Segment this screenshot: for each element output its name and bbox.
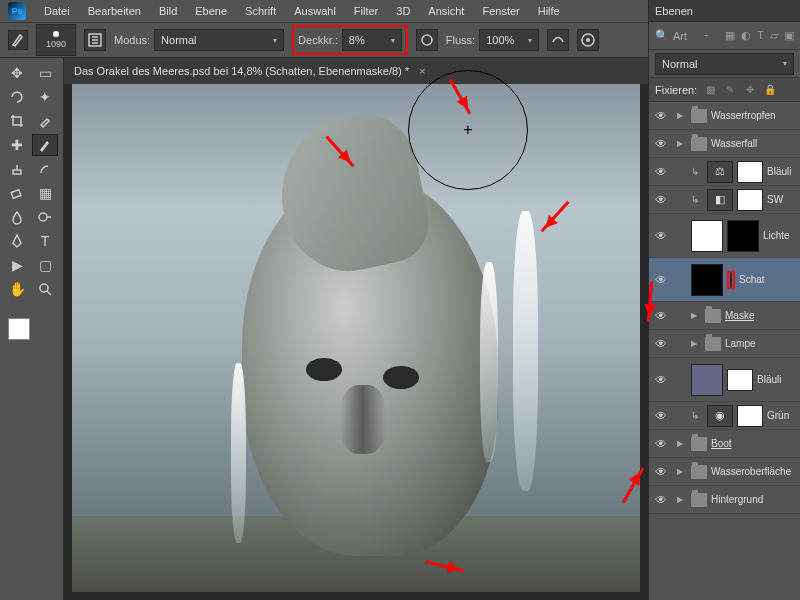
disclosure-icon[interactable]: ▶ [677, 111, 687, 120]
mask-thumb[interactable] [727, 220, 759, 252]
layer-row[interactable]: 👁▶Maske [649, 302, 800, 330]
pen-tool[interactable] [4, 230, 30, 252]
disclosure-icon[interactable]: ▶ [691, 339, 701, 348]
disclosure-icon[interactable]: ▶ [677, 467, 687, 476]
layer-name[interactable]: Grün [767, 410, 789, 421]
eyedropper-tool[interactable] [32, 110, 58, 132]
opacity-pressure-toggle[interactable] [416, 29, 438, 51]
opacity-dropdown[interactable]: 8%▾ [342, 29, 402, 51]
layer-row[interactable]: 👁Lichte [649, 214, 800, 258]
close-icon[interactable]: × [419, 65, 425, 77]
mask-thumb[interactable] [727, 369, 753, 391]
mask-thumb[interactable] [737, 405, 763, 427]
menu-filter[interactable]: Filter [346, 2, 386, 20]
brush-panel-toggle[interactable] [84, 29, 106, 51]
layer-name[interactable]: Maske [725, 310, 754, 321]
flow-dropdown[interactable]: 100%▾ [479, 29, 539, 51]
layer-name[interactable]: Bläuli [767, 166, 791, 177]
visibility-icon[interactable]: 👁 [653, 492, 669, 508]
menu-bearbeiten[interactable]: Bearbeiten [80, 2, 149, 20]
zoom-tool[interactable] [32, 278, 58, 300]
mask-thumb[interactable] [730, 273, 732, 287]
lock-all-icon[interactable]: 🔒 [763, 83, 777, 97]
visibility-icon[interactable]: 👁 [653, 464, 669, 480]
marquee-tool[interactable]: ▭ [32, 62, 58, 84]
layers-panel-tab[interactable]: Ebenen [649, 0, 800, 22]
visibility-icon[interactable]: 👁 [653, 336, 669, 352]
layer-row[interactable]: 👁↳◉Grün [649, 402, 800, 430]
mask-thumb[interactable] [737, 161, 763, 183]
layer-name[interactable]: Schat [739, 274, 765, 285]
visibility-icon[interactable]: 👁 [653, 192, 669, 208]
brush-preset-picker[interactable]: 1090 [36, 24, 76, 56]
disclosure-icon[interactable]: ▶ [691, 311, 701, 320]
visibility-icon[interactable]: 👁 [653, 164, 669, 180]
layer-name[interactable]: Hintergrund [711, 494, 763, 505]
lock-pixels-icon[interactable]: ✎ [723, 83, 737, 97]
layer-thumb[interactable] [691, 364, 723, 396]
eraser-tool[interactable] [4, 182, 30, 204]
layer-row[interactable]: 👁▶Wassertropfen [649, 102, 800, 130]
history-brush-tool[interactable] [32, 158, 58, 180]
shape-tool[interactable]: ▢ [32, 254, 58, 276]
menu-ansicht[interactable]: Ansicht [420, 2, 472, 20]
layer-name[interactable]: Bläuli [757, 374, 781, 385]
background-swatch[interactable] [19, 329, 41, 351]
heal-tool[interactable]: ✚ [4, 134, 30, 156]
visibility-icon[interactable]: 👁 [653, 136, 669, 152]
filter-pixel-icon[interactable]: ▦ [725, 29, 735, 42]
lasso-tool[interactable] [4, 86, 30, 108]
hand-tool[interactable]: ✋ [4, 278, 30, 300]
layer-name[interactable]: Wasseroberfläche [711, 466, 791, 477]
chevron-down-icon[interactable]: ÷ [704, 31, 708, 40]
visibility-icon[interactable]: 👁 [653, 272, 669, 288]
layer-row[interactable]: 👁↳⚖Bläuli [649, 158, 800, 186]
layer-row[interactable]: 👁▶Boot [649, 430, 800, 458]
menu-bild[interactable]: Bild [151, 2, 185, 20]
menu-auswahl[interactable]: Auswahl [286, 2, 344, 20]
layer-name[interactable]: Lampe [725, 338, 756, 349]
crop-tool[interactable] [4, 110, 30, 132]
tool-preset-picker[interactable] [8, 30, 28, 50]
filter-shape-icon[interactable]: ▱ [770, 29, 778, 42]
lock-position-icon[interactable]: ✥ [743, 83, 757, 97]
filter-smart-icon[interactable]: ▣ [784, 29, 794, 42]
mode-dropdown[interactable]: Normal▾ [154, 29, 284, 51]
blur-tool[interactable] [4, 206, 30, 228]
filter-type-icon[interactable]: T [757, 29, 764, 42]
menu-fenster[interactable]: Fenster [474, 2, 527, 20]
disclosure-icon[interactable]: ▶ [677, 495, 687, 504]
document-tab[interactable]: Das Orakel des Meeres.psd bei 14,8% (Sch… [64, 58, 648, 84]
path-select-tool[interactable]: ▶ [4, 254, 30, 276]
layer-name[interactable]: Boot [711, 438, 732, 449]
blend-mode-dropdown[interactable]: Normal▾ [655, 53, 794, 75]
filter-adjust-icon[interactable]: ◐ [741, 29, 751, 42]
layer-row[interactable]: 👁▶Wasseroberfläche [649, 458, 800, 486]
layer-row[interactable]: 👁↳◧SW [649, 186, 800, 214]
visibility-icon[interactable]: 👁 [653, 372, 669, 388]
layer-name[interactable]: Wasserfall [711, 138, 757, 149]
move-tool[interactable]: ✥ [4, 62, 30, 84]
layer-row[interactable]: 👁Schat [649, 258, 800, 302]
menu-schrift[interactable]: Schrift [237, 2, 284, 20]
layer-row[interactable]: 👁Bläuli [649, 358, 800, 402]
visibility-icon[interactable]: 👁 [653, 228, 669, 244]
menu-3d[interactable]: 3D [388, 2, 418, 20]
layer-row[interactable]: 👁▶Lampe [649, 330, 800, 358]
foreground-swatch[interactable] [8, 318, 30, 340]
visibility-icon[interactable]: 👁 [653, 108, 669, 124]
layer-name[interactable]: SW [767, 194, 783, 205]
layer-name[interactable]: Wassertropfen [711, 110, 776, 121]
menu-datei[interactable]: Datei [36, 2, 78, 20]
visibility-icon[interactable]: 👁 [653, 436, 669, 452]
layer-thumb[interactable] [691, 220, 723, 252]
type-tool[interactable]: T [32, 230, 58, 252]
layer-row[interactable]: 👁▶Hintergrund [649, 486, 800, 514]
brush-tool[interactable] [32, 134, 58, 156]
layer-thumb[interactable] [691, 264, 723, 296]
dodge-tool[interactable] [32, 206, 58, 228]
menu-ebene[interactable]: Ebene [187, 2, 235, 20]
lock-transparency-icon[interactable]: ▩ [703, 83, 717, 97]
menu-hilfe[interactable]: Hilfe [530, 2, 568, 20]
stamp-tool[interactable] [4, 158, 30, 180]
